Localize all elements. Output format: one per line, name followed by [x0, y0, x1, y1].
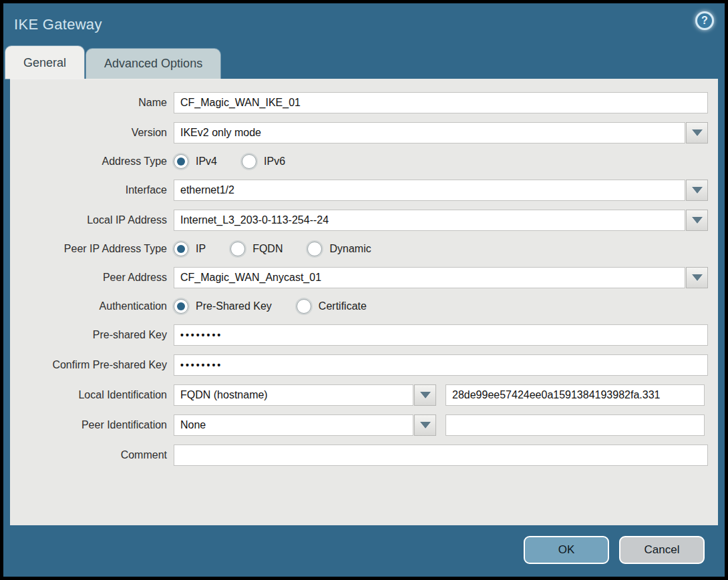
radio-button[interactable]	[307, 242, 322, 256]
peer-address-dropdown[interactable]: CF_Magic_WAN_Anycast_01	[174, 267, 708, 288]
local-ip-dropdown-value[interactable]: Internet_L3_203-0-113-254--24	[174, 210, 685, 231]
interface-dropdown-value[interactable]: ethernet1/2	[174, 180, 685, 201]
form-row-version: Version IKEv2 only mode	[10, 122, 718, 143]
chevron-down-icon[interactable]	[414, 414, 436, 436]
chevron-down-icon	[692, 217, 703, 224]
interface-label: Interface	[10, 184, 174, 196]
form-row-peer-ip-type: Peer IP Address Type IP FQDN Dynamic	[10, 240, 718, 258]
radio-option-ipv6[interactable]: IPv6	[242, 154, 285, 169]
radio-option-label: Certificate	[319, 300, 367, 312]
local-ip-label: Local IP Address	[10, 214, 174, 226]
cancel-button[interactable]: Cancel	[619, 536, 705, 564]
chevron-down-icon[interactable]	[414, 384, 436, 406]
comment-input[interactable]	[174, 445, 708, 466]
form-row-name: Name	[10, 92, 718, 113]
general-tab-panel: Name Version IKEv2 only mode Address Typ…	[10, 79, 718, 525]
radio-option-pre-shared-key[interactable]: Pre-Shared Key	[174, 299, 272, 314]
radio-option-ipv4[interactable]: IPv4	[174, 154, 217, 169]
form-row-pre-shared-key: Pre-shared Key	[10, 324, 718, 346]
radio-button[interactable]	[242, 154, 256, 169]
local-identification-type-value[interactable]: FQDN (hostname)	[174, 384, 413, 406]
radio-button[interactable]	[297, 299, 311, 314]
version-dropdown[interactable]: IKEv2 only mode	[174, 122, 708, 143]
peer-address-label: Peer Address	[10, 272, 174, 284]
address-type-label: Address Type	[10, 156, 174, 168]
form-row-peer-address: Peer Address CF_Magic_WAN_Anycast_01	[10, 267, 718, 288]
radio-button[interactable]	[174, 154, 188, 169]
chevron-down-icon[interactable]	[686, 267, 708, 288]
tab-general[interactable]: General	[5, 46, 84, 79]
chevron-down-icon	[420, 422, 431, 428]
radio-option-label: Pre-Shared Key	[196, 300, 272, 312]
peer-identification-type-dropdown[interactable]: None	[174, 414, 436, 436]
radio-option-label: IPv4	[196, 156, 217, 168]
name-label: Name	[10, 97, 174, 109]
local-identification-type-dropdown[interactable]: FQDN (hostname)	[174, 384, 436, 406]
chevron-down-icon[interactable]	[686, 122, 708, 143]
form-row-confirm-pre-shared-key: Confirm Pre-shared Key	[10, 354, 718, 376]
peer-identification-type-value[interactable]: None	[174, 414, 413, 436]
form-row-interface: Interface ethernet1/2	[10, 180, 718, 201]
confirm-pre-shared-key-input[interactable]	[174, 354, 708, 376]
radio-option-label: FQDN	[252, 243, 283, 255]
dialog-title-bar: IKE Gateway ?	[3, 3, 725, 46]
version-dropdown-value[interactable]: IKEv2 only mode	[174, 122, 685, 143]
radio-option-label: IP	[196, 243, 206, 255]
form-row-address-type: Address Type IPv4 IPv6	[10, 152, 718, 171]
version-label: Version	[10, 127, 174, 139]
radio-option-certificate[interactable]: Certificate	[297, 299, 367, 314]
dialog-title: IKE Gateway	[14, 16, 102, 33]
local-identification-value-input[interactable]	[445, 384, 705, 406]
pre-shared-key-label: Pre-shared Key	[10, 329, 174, 341]
radio-option-dynamic[interactable]: Dynamic	[307, 242, 371, 256]
tab-advanced-options[interactable]: Advanced Options	[86, 49, 220, 79]
dialog-footer: OK Cancel	[3, 525, 725, 577]
chevron-down-icon[interactable]	[686, 210, 708, 231]
peer-identification-label: Peer Identification	[10, 419, 174, 431]
chevron-down-icon	[692, 274, 703, 281]
name-input[interactable]	[174, 92, 708, 113]
chevron-down-icon	[420, 392, 431, 398]
interface-dropdown[interactable]: ethernet1/2	[174, 180, 708, 201]
authentication-label: Authentication	[10, 300, 174, 312]
chevron-down-icon	[692, 187, 703, 194]
ok-button[interactable]: OK	[524, 536, 609, 564]
peer-ip-type-label: Peer IP Address Type	[10, 243, 174, 255]
form-row-comment: Comment	[10, 445, 718, 466]
confirm-pre-shared-key-label: Confirm Pre-shared Key	[10, 359, 174, 371]
comment-label: Comment	[10, 449, 174, 461]
chevron-down-icon	[692, 129, 703, 136]
peer-address-dropdown-value[interactable]: CF_Magic_WAN_Anycast_01	[174, 267, 685, 288]
chevron-down-icon[interactable]	[686, 180, 708, 201]
radio-option-label: IPv6	[264, 156, 285, 168]
radio-button[interactable]	[174, 299, 188, 314]
local-identification-label: Local Identification	[10, 389, 174, 401]
form-row-peer-identification: Peer Identification None	[10, 414, 718, 436]
form-row-authentication: Authentication Pre-Shared Key Certificat…	[10, 297, 718, 316]
form-row-local-ip: Local IP Address Internet_L3_203-0-113-2…	[10, 210, 718, 231]
pre-shared-key-input[interactable]	[174, 324, 708, 346]
radio-button[interactable]	[174, 242, 188, 256]
ike-gateway-dialog: IKE Gateway ? General Advanced Options N…	[3, 3, 725, 577]
peer-identification-value-input[interactable]	[445, 414, 705, 436]
radio-button[interactable]	[230, 242, 245, 256]
form-row-local-identification: Local Identification FQDN (hostname)	[10, 384, 718, 406]
radio-option-label: Dynamic	[329, 243, 371, 255]
tab-bar: General Advanced Options	[3, 46, 725, 79]
help-icon[interactable]: ?	[695, 11, 714, 30]
radio-option-fqdn[interactable]: FQDN	[230, 242, 283, 256]
local-ip-dropdown[interactable]: Internet_L3_203-0-113-254--24	[174, 210, 708, 231]
radio-option-ip[interactable]: IP	[174, 242, 206, 256]
